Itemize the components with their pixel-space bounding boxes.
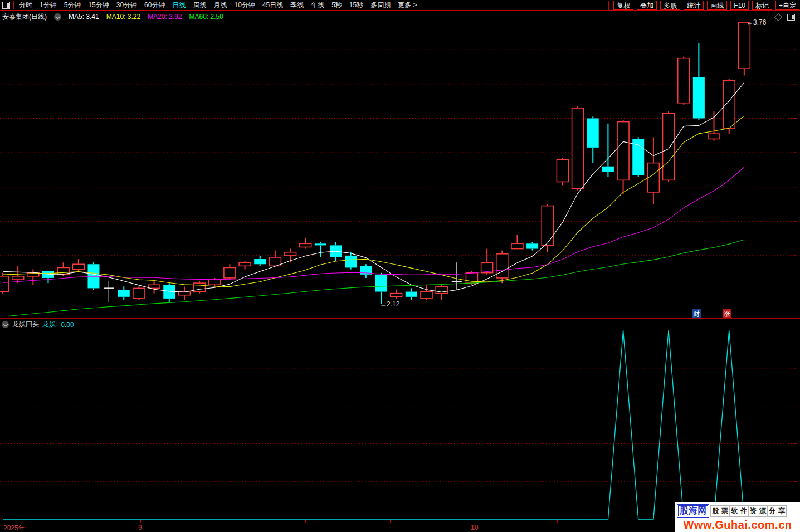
menu-item-8[interactable]: 月线 xyxy=(213,1,227,10)
watermark-tagline-char: 件 xyxy=(739,505,749,517)
ma-lines xyxy=(3,82,744,316)
menu-item-2[interactable]: 5分钟 xyxy=(64,1,81,10)
toolbar-button-7[interactable]: +自定 xyxy=(775,1,799,10)
axis-label-month-9: 9 xyxy=(138,524,142,531)
indicator-value: 0.00 xyxy=(61,321,74,329)
menu-item-14[interactable]: 15秒 xyxy=(349,1,363,10)
title-bar: 安泰集团(日线) MA5: 3.41MA10: 3.22MA20: 2.92MA… xyxy=(0,11,800,22)
menu-item-0[interactable]: 分时 xyxy=(19,1,32,10)
ma-label-2: MA20: 2.92 xyxy=(148,13,182,21)
toolbar-buttons: 复权叠加多股统计画线F10标记+自定 xyxy=(608,1,799,10)
toolbar-button-2[interactable]: 多股 xyxy=(660,1,680,10)
limit-up-badge[interactable]: 涨 xyxy=(723,309,731,318)
period-menu-bar: 分时1分钟5分钟15分钟30分钟60分钟日线周线月线10分钟45日线季线年线5秒… xyxy=(0,0,800,11)
menu-item-9[interactable]: 10分钟 xyxy=(234,1,255,10)
ma-label-1: MA10: 3.22 xyxy=(106,13,140,21)
ma-legend: MA5: 3.41MA10: 3.22MA20: 2.92MA60: 2.50 xyxy=(69,13,223,21)
symbol-title: 安泰集团(日线) xyxy=(2,12,47,22)
axis-label-year: 2025年 xyxy=(3,524,25,532)
finance-report-badge[interactable]: 财 xyxy=(692,309,701,318)
menu-item-7[interactable]: 周线 xyxy=(193,1,206,10)
menu-item-1[interactable]: 1分钟 xyxy=(40,1,57,10)
watermark-tagline-char: 股 xyxy=(710,505,720,517)
ma-label-3: MA60: 2.50 xyxy=(189,13,223,21)
watermark-tagline-char: 源 xyxy=(758,505,768,517)
indicator-line xyxy=(3,330,744,519)
menu-item-12[interactable]: 年线 xyxy=(311,1,324,10)
menu-item-4[interactable]: 30分钟 xyxy=(116,1,137,10)
watermark-tagline-char: 分 xyxy=(767,505,777,517)
chevron-down-icon[interactable] xyxy=(54,13,61,21)
watermark-url: Www.Guhai.com.cn xyxy=(677,518,798,531)
menu-item-10[interactable]: 45日线 xyxy=(262,1,283,10)
watermark: 股海网 股票软件资源分享 Www.Guhai.com.cn xyxy=(675,502,800,532)
diamond-icon[interactable] xyxy=(774,13,782,21)
indicator-name: 龙妖回头 xyxy=(12,320,39,329)
watermark-tagline-char: 票 xyxy=(720,505,730,517)
axis-label-month-10: 10 xyxy=(471,524,478,531)
panel-toggle-icon[interactable] xyxy=(2,2,10,9)
watermark-tagline-char: 软 xyxy=(729,505,739,517)
menu-divider xyxy=(13,1,14,9)
watermark-brand: 股海网 xyxy=(677,504,709,518)
chart-canvas[interactable] xyxy=(0,0,800,532)
indicator-chevron-down-icon[interactable] xyxy=(2,321,9,328)
low-price-label: ←2.12 xyxy=(380,300,399,308)
toolbar-button-3[interactable]: 统计 xyxy=(684,1,704,10)
menu-item-16[interactable]: 更多 > xyxy=(398,1,417,10)
app-window: 分时1分钟5分钟15分钟30分钟60分钟日线周线月线10分钟45日线季线年线5秒… xyxy=(0,0,800,532)
window-split-icon[interactable] xyxy=(787,14,795,21)
toolbar-button-1[interactable]: 叠加 xyxy=(637,1,657,10)
toolbar-button-6[interactable]: 标记 xyxy=(752,1,772,10)
menu-item-6[interactable]: 日线 xyxy=(172,1,186,10)
candles xyxy=(0,22,750,304)
watermark-tagline-char: 资 xyxy=(748,505,758,517)
menu-item-13[interactable]: 5秒 xyxy=(331,1,342,10)
indicator-header: 龙妖回头 龙妖: 0.00 xyxy=(2,320,74,329)
indicator-value-label: 龙妖: xyxy=(42,320,57,329)
toolbar-button-4[interactable]: 画线 xyxy=(707,1,727,10)
menu-item-5[interactable]: 60分钟 xyxy=(144,1,165,10)
toolbar-button-0[interactable]: 复权 xyxy=(613,1,633,10)
watermark-tagline: 股票软件资源分享 xyxy=(711,505,787,517)
period-menu-items: 分时1分钟5分钟15分钟30分钟60分钟日线周线月线10分钟45日线季线年线5秒… xyxy=(19,1,417,10)
menu-item-3[interactable]: 15分钟 xyxy=(88,1,109,10)
toolbar-button-5[interactable]: F10 xyxy=(730,1,749,10)
menu-item-15[interactable]: 多周期 xyxy=(370,1,391,10)
menu-item-11[interactable]: 季线 xyxy=(290,1,304,10)
watermark-tagline-char: 享 xyxy=(777,505,787,517)
ma-label-0: MA5: 3.41 xyxy=(69,13,99,21)
